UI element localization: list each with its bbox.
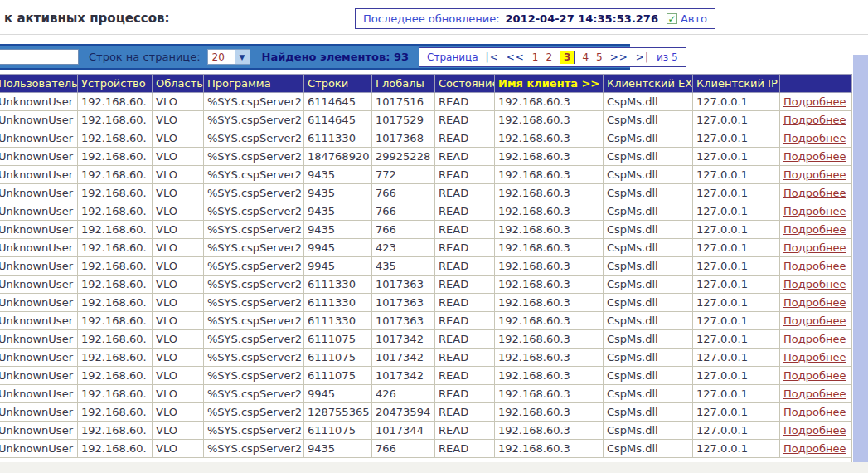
pagination-last-button[interactable]: >| xyxy=(636,51,649,63)
search-input[interactable] xyxy=(0,49,79,65)
cell-device: 192.168.60. xyxy=(78,166,153,184)
column-header-2[interactable]: Область xyxy=(153,75,204,93)
details-link[interactable]: Подробнее xyxy=(783,132,846,144)
column-header-4[interactable]: Строки xyxy=(304,75,372,93)
cell-lines: 9435 xyxy=(304,166,372,184)
column-header-10[interactable] xyxy=(780,75,852,93)
pagination-page-1[interactable]: 1 xyxy=(532,51,539,63)
cell-client-ip: 127.0.0.1 xyxy=(693,312,780,330)
cell-state: READ xyxy=(435,403,495,422)
cell-namespace: VLO xyxy=(153,239,204,257)
table-row: UnknownUser192.168.60.VLO%SYS.cspServer2… xyxy=(0,129,852,148)
details-link[interactable]: Подробнее xyxy=(783,150,846,163)
cell-globals: 766 xyxy=(372,221,435,239)
cell-client-exe: CspMs.dll xyxy=(604,166,693,184)
cell-client-exe: CspMs.dll xyxy=(604,276,693,294)
column-header-8[interactable]: Клиентский EXE xyxy=(604,75,693,93)
details-link[interactable]: Подробнее xyxy=(783,187,846,199)
column-header-7[interactable]: Имя клиента >> xyxy=(495,75,604,93)
cell-state: READ xyxy=(435,239,495,257)
pagination-label: Страница xyxy=(427,51,478,63)
cell-routine: %SYS.cspServer2 xyxy=(204,330,304,349)
details-link[interactable]: Подробнее xyxy=(783,205,846,217)
details-link[interactable]: Подробнее xyxy=(783,388,846,400)
cell-client-exe: CspMs.dll xyxy=(604,184,693,202)
pagination-prev-button[interactable]: << xyxy=(507,51,525,63)
cell-routine: %SYS.cspServer2 xyxy=(204,440,304,458)
pagination-page-4[interactable]: 4 xyxy=(582,51,589,63)
column-header-0[interactable]: Пользователь xyxy=(0,75,78,93)
cell-routine: %SYS.cspServer2 xyxy=(204,349,304,367)
cell-routine: %SYS.cspServer2 xyxy=(204,166,304,184)
details-link[interactable]: Подробнее xyxy=(783,442,846,455)
details-link[interactable]: Подробнее xyxy=(783,241,846,254)
pagination-page-2[interactable]: 2 xyxy=(546,51,552,63)
cell-client-name: 192.168.60.3 xyxy=(495,111,604,129)
column-header-3[interactable]: Программа xyxy=(204,75,304,93)
cell-client-ip: 127.0.0.1 xyxy=(693,367,780,385)
details-link[interactable]: Подробнее xyxy=(783,406,846,418)
details-link[interactable]: Подробнее xyxy=(783,223,846,236)
cell-user: UnknownUser xyxy=(0,349,78,367)
cell-details: Подробнее xyxy=(780,422,852,440)
cell-client-exe: CspMs.dll xyxy=(604,111,693,129)
active-processes-page: к активных процессов: Последнее обновлен… xyxy=(0,0,868,473)
cell-client-exe: CspMs.dll xyxy=(604,202,693,221)
details-link[interactable]: Подробнее xyxy=(783,315,846,327)
cell-device: 192.168.60. xyxy=(78,257,153,276)
column-header-1[interactable]: Устройство xyxy=(78,75,153,93)
cell-client-name: 192.168.60.3 xyxy=(495,129,604,148)
column-header-5[interactable]: Глобалы xyxy=(372,75,435,93)
details-link[interactable]: Подробнее xyxy=(783,424,846,436)
details-link[interactable]: Подробнее xyxy=(783,296,846,309)
details-link[interactable]: Подробнее xyxy=(783,333,846,345)
cell-user: UnknownUser xyxy=(0,330,78,349)
table-row: UnknownUser192.168.60.VLO%SYS.cspServer2… xyxy=(0,276,852,294)
cell-client-ip: 127.0.0.1 xyxy=(693,349,780,367)
cell-namespace: VLO xyxy=(153,385,204,403)
cell-state: READ xyxy=(435,257,495,276)
details-link[interactable]: Подробнее xyxy=(783,114,846,126)
table-row: UnknownUser192.168.60.VLO%SYS.cspServer2… xyxy=(0,422,852,440)
cell-client-name: 192.168.60.3 xyxy=(495,349,604,367)
table-row: UnknownUser192.168.60.VLO%SYS.cspServer2… xyxy=(0,202,852,221)
pagination-next-button[interactable]: >> xyxy=(610,51,628,63)
column-header-9[interactable]: Клиентский IP xyxy=(693,75,780,93)
cell-device: 192.168.60. xyxy=(78,312,153,330)
cell-details: Подробнее xyxy=(780,349,852,367)
details-link[interactable]: Подробнее xyxy=(783,351,846,363)
details-link[interactable]: Подробнее xyxy=(783,168,846,181)
cell-lines: 6111075 xyxy=(304,367,372,385)
details-link[interactable]: Подробнее xyxy=(783,278,846,290)
pagination-page-3[interactable]: 3 xyxy=(560,51,575,64)
cell-client-name: 192.168.60.3 xyxy=(495,294,604,312)
cell-lines: 6111330 xyxy=(304,312,372,330)
rows-per-page-value: 20 xyxy=(208,50,235,64)
cell-client-ip: 127.0.0.1 xyxy=(693,93,780,111)
cell-routine: %SYS.cspServer2 xyxy=(204,239,304,257)
details-link[interactable]: Подробнее xyxy=(783,369,846,382)
cell-details: Подробнее xyxy=(780,221,852,239)
details-link[interactable]: Подробнее xyxy=(783,260,846,272)
pagination-first-button[interactable]: |< xyxy=(486,51,499,63)
cell-client-exe: CspMs.dll xyxy=(604,148,693,166)
column-header-6[interactable]: Состояние xyxy=(435,75,495,93)
cell-globals: 29925228 xyxy=(372,148,435,166)
cell-client-ip: 127.0.0.1 xyxy=(693,276,780,294)
cell-globals: 1017342 xyxy=(372,367,435,385)
cell-client-name: 192.168.60.3 xyxy=(495,312,604,330)
details-link[interactable]: Подробнее xyxy=(783,95,846,108)
auto-refresh-checkbox[interactable]: ✓ xyxy=(667,13,677,24)
cell-client-ip: 127.0.0.1 xyxy=(693,202,780,221)
cell-routine: %SYS.cspServer2 xyxy=(204,403,304,422)
rows-per-page-select[interactable]: 20 ▼ xyxy=(207,49,250,65)
cell-client-exe: CspMs.dll xyxy=(604,257,693,276)
cell-details: Подробнее xyxy=(780,312,852,330)
cell-globals: 1017363 xyxy=(372,294,435,312)
cell-device: 192.168.60. xyxy=(78,294,153,312)
cell-routine: %SYS.cspServer2 xyxy=(204,221,304,239)
pagination-page-5[interactable]: 5 xyxy=(596,51,603,63)
table-row: UnknownUser192.168.60.VLO%SYS.cspServer2… xyxy=(0,385,852,403)
cell-device: 192.168.60. xyxy=(78,93,153,111)
cell-client-ip: 127.0.0.1 xyxy=(693,129,780,148)
